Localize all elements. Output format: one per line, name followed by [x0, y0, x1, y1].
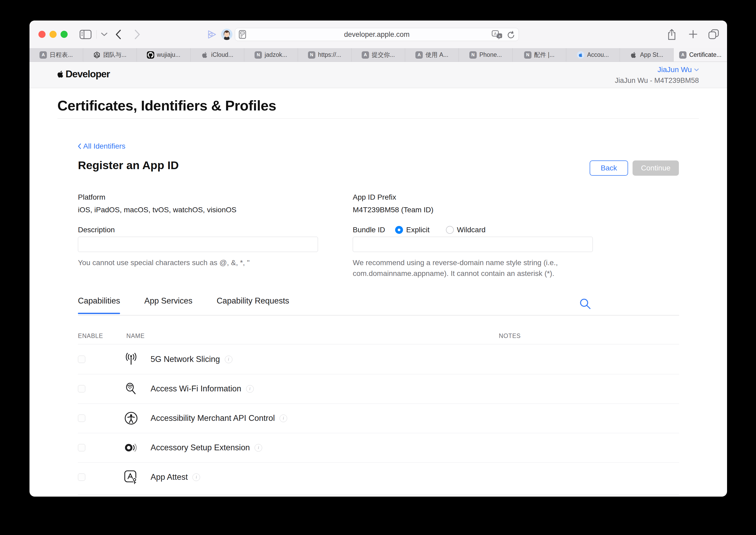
column-header-notes: NOTES: [499, 332, 521, 340]
accessibility-icon: [124, 411, 138, 425]
sidebar-toggle-icon[interactable]: [79, 29, 92, 40]
translate-icon[interactable]: A a: [492, 30, 503, 42]
info-icon[interactable]: [193, 473, 200, 481]
explicit-radio-label[interactable]: Explicit: [406, 226, 430, 234]
capability-name: Accessibility Merchant API Control: [151, 413, 275, 423]
capability-tab-bar: Capabilities App Services Capability Req…: [78, 296, 289, 314]
browser-tab[interactable]: 团队与...: [83, 48, 137, 62]
chevron-left-icon: [78, 143, 81, 149]
browser-tab[interactable]: A 日程表...: [29, 48, 83, 62]
svg-text:a: a: [499, 34, 501, 38]
table-header-divider: [78, 344, 679, 344]
minimize-window-button[interactable]: [49, 31, 57, 38]
bundle-id-help: We recommend using a reverse-domain name…: [353, 257, 600, 279]
browser-tab[interactable]: wujiaju...: [137, 48, 191, 62]
toolbar-divider: [96, 30, 97, 39]
tab-capability-requests[interactable]: Capability Requests: [217, 296, 289, 314]
continue-button[interactable]: Continue: [633, 160, 679, 176]
info-icon[interactable]: [225, 355, 232, 363]
browser-tab[interactable]: N https://...: [298, 48, 352, 62]
wildcard-radio[interactable]: [446, 226, 454, 234]
tab-overview-icon[interactable]: [708, 29, 720, 40]
letter-a-favicon: A: [679, 51, 686, 59]
capability-name: 5G Network Slicing: [151, 354, 220, 364]
apple-developer-header: Developer JiaJun Wu JiaJun Wu - M4T239BM…: [29, 62, 727, 88]
close-window-button[interactable]: [39, 31, 45, 38]
page-title: Certificates, Identifiers & Profiles: [57, 97, 276, 114]
chatgpt-favicon: [93, 51, 101, 59]
capability-name: Access Wi-Fi Information: [151, 384, 241, 393]
enable-checkbox[interactable]: [78, 385, 85, 392]
capability-name: Accessory Setup Extension: [151, 443, 250, 452]
platform-value: iOS, iPadOS, macOS, tvOS, watchOS, visio…: [78, 206, 236, 214]
browser-tab[interactable]: A 使用 A...: [405, 48, 459, 62]
apple-dark-favicon: [630, 51, 637, 59]
extension-icon[interactable]: [206, 29, 217, 40]
info-icon[interactable]: [246, 385, 254, 393]
letter-n-favicon: N: [308, 51, 315, 59]
back-button[interactable]: Back: [590, 160, 628, 176]
browser-tab-active[interactable]: A Certificate...: [674, 48, 727, 62]
bundle-id-label: Bundle ID: [353, 226, 385, 234]
column-header-name: NAME: [126, 332, 145, 340]
bundle-id-input[interactable]: [353, 237, 593, 252]
safari-window: developer.apple.com A a: [29, 20, 727, 496]
reload-icon[interactable]: [506, 30, 515, 42]
letter-a-favicon: A: [40, 51, 47, 59]
share-icon[interactable]: [667, 28, 677, 41]
wildcard-radio-label[interactable]: Wildcard: [457, 226, 486, 234]
bundle-id-row: Bundle ID Explicit Wildcard: [353, 226, 486, 234]
browser-tab[interactable]: N Phone...: [459, 48, 512, 62]
letter-n-favicon: N: [255, 51, 262, 59]
chevron-down-icon[interactable]: [101, 33, 107, 36]
browser-tab[interactable]: Accou...: [566, 48, 620, 62]
register-heading: Register an App ID: [78, 159, 179, 172]
developer-logo-text: Developer: [66, 69, 110, 80]
letter-n-favicon: N: [524, 51, 531, 59]
account-menu-link[interactable]: JiaJun Wu: [657, 66, 699, 74]
app-attest-icon: [124, 469, 138, 485]
apple-logo-icon: [57, 70, 65, 79]
page-format-icon[interactable]: [239, 30, 246, 41]
info-icon[interactable]: [255, 444, 262, 452]
5g-antenna-icon: [124, 352, 138, 366]
letter-n-favicon: N: [469, 51, 477, 59]
enable-checkbox[interactable]: [78, 473, 85, 481]
apple-favicon: [201, 51, 208, 59]
developer-logo[interactable]: Developer: [57, 69, 110, 80]
capability-name: App Attest: [151, 472, 188, 482]
url-bar[interactable]: developer.apple.com A a: [235, 28, 519, 41]
info-icon[interactable]: [280, 414, 287, 422]
search-icon[interactable]: [579, 297, 592, 311]
title-divider: [57, 118, 699, 119]
forward-nav-icon[interactable]: [134, 29, 140, 40]
letter-a-favicon: A: [362, 51, 369, 59]
svg-text:A: A: [494, 31, 497, 36]
browser-tab[interactable]: App St...: [620, 48, 674, 62]
account-team-detail: JiaJun Wu - M4T239BM58: [615, 76, 699, 85]
letter-a-favicon: A: [415, 51, 423, 59]
tab-capabilities[interactable]: Capabilities: [78, 296, 120, 314]
enable-checkbox[interactable]: [78, 414, 85, 422]
apple-blue-favicon: [577, 51, 584, 59]
back-nav-icon[interactable]: [115, 29, 121, 40]
column-header-enable: ENABLE: [78, 332, 103, 340]
description-label: Description: [78, 226, 115, 234]
description-input[interactable]: [78, 237, 318, 252]
enable-checkbox[interactable]: [78, 444, 85, 451]
profile-avatar[interactable]: [221, 29, 232, 40]
browser-tab[interactable]: N jadzok...: [244, 48, 298, 62]
browser-toolbar: developer.apple.com A a: [29, 20, 727, 48]
explicit-radio[interactable]: [395, 226, 403, 234]
table-row: App Attest: [78, 463, 679, 495]
tab-app-services[interactable]: App Services: [144, 296, 193, 314]
all-identifiers-link[interactable]: All Identifiers: [78, 142, 125, 151]
enable-checkbox[interactable]: [78, 355, 85, 363]
table-row: Accessory Setup Extension: [78, 433, 679, 463]
zoom-window-button[interactable]: [61, 31, 68, 38]
new-tab-icon[interactable]: [688, 29, 698, 39]
chevron-down-icon: [694, 69, 699, 71]
browser-tab[interactable]: N 配件 |...: [512, 48, 566, 62]
browser-tab[interactable]: iCloud...: [191, 48, 244, 62]
browser-tab[interactable]: A 提交你...: [352, 48, 406, 62]
